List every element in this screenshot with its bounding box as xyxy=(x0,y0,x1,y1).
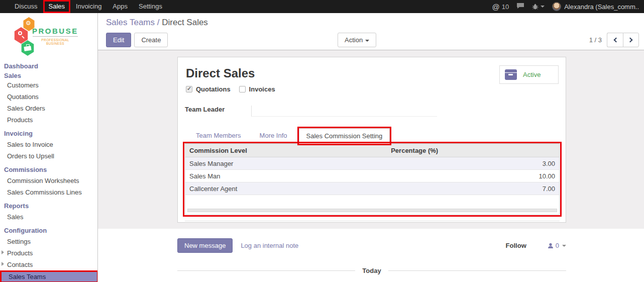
sidebar-item-products[interactable]: Products xyxy=(0,114,97,126)
archive-box-icon xyxy=(505,69,517,80)
mention-count: 10 xyxy=(502,3,509,11)
follow-button[interactable]: Follow xyxy=(506,242,526,249)
sidebar-item-sales-commissions-lines[interactable]: Sales Commissions Lines xyxy=(0,186,97,198)
sidebar-item-settings[interactable]: Settings xyxy=(0,236,97,247)
new-message-button[interactable]: New message xyxy=(177,238,233,253)
column-header-commission-level[interactable]: Commission Level xyxy=(185,147,391,154)
sidebar: PROBUSE PROFESSIONAL BUSINESS Dashboard … xyxy=(0,13,98,282)
horizontal-scrollbar[interactable] xyxy=(187,209,557,212)
form-sheet: Active Direct Sales Quotations Invoices … xyxy=(177,57,566,223)
sidebar-item-orders-to-upsell[interactable]: Orders to Upsell xyxy=(0,150,97,162)
sidebar-item-dashboard[interactable]: Dashboard xyxy=(0,60,97,70)
top-menu-settings[interactable]: Settings xyxy=(133,0,168,13)
checkbox-row: Quotations Invoices xyxy=(186,85,560,93)
control-panel: Edit Create Action 1 / 3 xyxy=(98,30,644,50)
table-row[interactable]: Callcenter Agent 7.00 xyxy=(185,182,559,195)
cell-commission-level: Sales Man xyxy=(185,172,391,180)
table-row[interactable]: Sales Man 10.00 xyxy=(185,170,559,182)
sidebar-item-contacts[interactable]: Contacts xyxy=(0,259,97,270)
top-menu-invoicing[interactable]: Invoicing xyxy=(70,0,107,13)
sidebar-section-reports: Reports xyxy=(0,200,97,211)
team-leader-field-row: Team Leader xyxy=(185,106,560,117)
mention-icon: @ xyxy=(492,3,499,11)
invoices-checkbox[interactable] xyxy=(239,86,246,92)
table-empty-row xyxy=(185,195,559,208)
chevron-left-icon xyxy=(613,38,618,43)
user-menu[interactable]: Alexandra (Sales_comm.. xyxy=(552,2,639,11)
active-label: Active xyxy=(523,71,541,78)
team-leader-label: Team Leader xyxy=(185,106,251,113)
odoo-app-window: Discuss Sales Invoicing Apps Settings @ … xyxy=(0,0,644,282)
user-name: Alexandra (Sales_comm.. xyxy=(564,3,639,11)
chevron-down-icon xyxy=(541,6,545,8)
team-leader-value[interactable] xyxy=(251,106,437,117)
sidebar-section-sales[interactable]: Sales xyxy=(0,70,97,79)
create-button[interactable]: Create xyxy=(134,33,168,47)
top-menu-sales[interactable]: Sales xyxy=(43,0,71,13)
log-internal-note-link[interactable]: Log an internal note xyxy=(241,242,298,249)
today-divider: Today xyxy=(177,267,566,274)
sidebar-item-sales-teams[interactable]: Sales Teams xyxy=(0,270,98,282)
pager-value: 1 / 3 xyxy=(589,36,602,44)
top-menu-apps[interactable]: Apps xyxy=(107,0,133,13)
active-toggle-button[interactable]: Active xyxy=(499,65,559,84)
sidebar-item-sales-orders[interactable]: Sales Orders xyxy=(0,103,97,114)
cell-percentage: 3.00 xyxy=(391,160,559,167)
sidebar-item-customers[interactable]: Customers xyxy=(0,79,97,91)
chevron-right-icon xyxy=(628,38,633,43)
form-view-background: Active Direct Sales Quotations Invoices … xyxy=(98,50,644,229)
table-header-row: Commission Level Percentage (%) xyxy=(185,144,559,157)
tab-sales-commission-setting[interactable]: Sales Commission Setting xyxy=(299,128,390,144)
cell-percentage: 10.00 xyxy=(391,172,559,180)
caret-right-icon xyxy=(2,262,4,266)
column-header-percentage[interactable]: Percentage (%) xyxy=(391,147,559,154)
breadcrumb: Sales Teams / Direct Sales xyxy=(98,13,644,30)
cell-percentage: 7.00 xyxy=(391,185,559,193)
sidebar-nav: Dashboard Sales Customers Quotations Sal… xyxy=(0,59,97,282)
pager-previous-button[interactable] xyxy=(607,33,623,47)
tab-team-members[interactable]: Team Members xyxy=(189,128,248,143)
chevron-down-icon xyxy=(562,245,566,247)
caret-right-icon xyxy=(2,250,4,254)
table-row[interactable]: Sales Manager 3.00 xyxy=(185,157,559,170)
avatar xyxy=(552,2,561,11)
action-dropdown-button[interactable]: Action xyxy=(338,33,376,47)
notebook-tabs: Team Members More Info Sales Commission … xyxy=(185,128,560,144)
sidebar-item-commission-worksheets[interactable]: Commission Worksheets xyxy=(0,175,97,186)
top-nav: Discuss Sales Invoicing Apps Settings xyxy=(9,0,168,13)
chat-bubble-icon[interactable] xyxy=(516,3,524,11)
breadcrumb-parent[interactable]: Sales Teams xyxy=(106,18,155,27)
mention-counter[interactable]: @ 10 xyxy=(492,3,509,11)
commission-table: Commission Level Percentage (%) Sales Ma… xyxy=(185,144,560,215)
sidebar-item-sales-to-invoice[interactable]: Sales to Invoice xyxy=(0,139,97,150)
top-menu-discuss[interactable]: Discuss xyxy=(9,0,43,13)
breadcrumb-separator: / xyxy=(157,18,162,27)
probuse-logo: PROBUSE PROFESSIONAL BUSINESS xyxy=(0,13,97,59)
sidebar-section-commissions: Commissions xyxy=(0,164,97,175)
cell-commission-level: Callcenter Agent xyxy=(185,185,391,193)
bug-icon xyxy=(532,4,539,10)
pager-next-button[interactable] xyxy=(623,33,639,47)
invoices-label: Invoices xyxy=(249,85,275,93)
logo-text: PROBUSE xyxy=(32,27,78,35)
today-label: Today xyxy=(355,267,388,274)
cell-commission-level: Sales Manager xyxy=(185,160,391,167)
chevron-down-icon xyxy=(365,40,369,42)
topbar-right: @ 10 Alexandra (Sales_comm.. xyxy=(492,2,639,11)
follower-count: 0 xyxy=(556,242,559,249)
sidebar-section-configuration: Configuration xyxy=(0,225,97,236)
followers-counter[interactable]: 0 xyxy=(548,242,566,249)
sidebar-item-config-products[interactable]: Products xyxy=(0,247,97,259)
edit-button[interactable]: Edit xyxy=(106,33,131,47)
logo-tagline: PROFESSIONAL BUSINESS xyxy=(33,36,78,45)
sidebar-item-reports-sales[interactable]: Sales xyxy=(0,211,97,223)
quotations-checkbox[interactable] xyxy=(186,86,192,92)
quotations-label: Quotations xyxy=(196,85,231,93)
sidebar-item-quotations[interactable]: Quotations xyxy=(0,91,97,103)
tab-more-info[interactable]: More Info xyxy=(253,128,294,143)
bug-menu[interactable] xyxy=(532,4,545,10)
chatter: New message Log an internal note Follow … xyxy=(98,229,644,282)
sidebar-section-invoicing: Invoicing xyxy=(0,128,97,139)
breadcrumb-current: Direct Sales xyxy=(162,18,208,27)
top-bar: Discuss Sales Invoicing Apps Settings @ … xyxy=(0,0,644,13)
